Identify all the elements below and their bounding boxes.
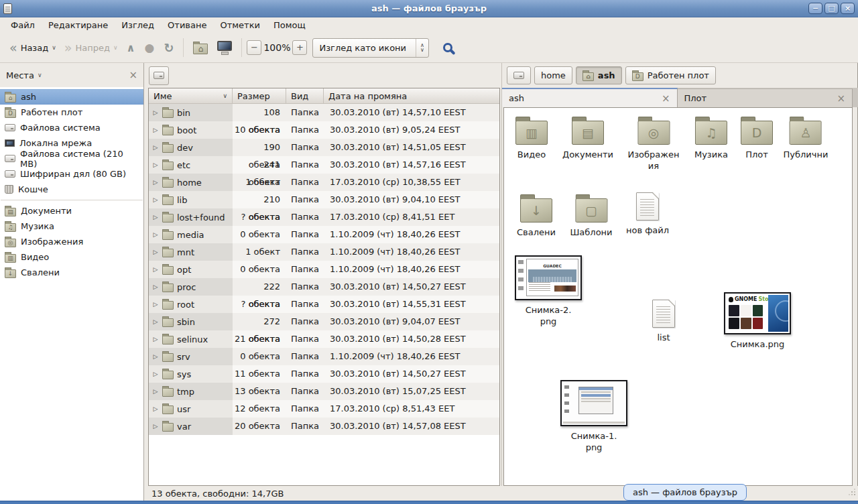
- back-button[interactable]: « Назад ∨: [5, 40, 60, 56]
- tab-ash[interactable]: ash×: [502, 88, 678, 107]
- expander-icon[interactable]: ▷: [152, 179, 159, 186]
- expander-icon[interactable]: ▷: [152, 405, 159, 412]
- minimize-button[interactable]: −: [808, 3, 822, 14]
- table-row[interactable]: ▷proc222 обектаПапка30.03.2010 (вт) 14,5…: [149, 278, 499, 296]
- expander-icon[interactable]: ▷: [152, 371, 159, 377]
- table-row[interactable]: ▷tmp13 обектаПапка30.03.2010 (вт) 15,07,…: [149, 383, 499, 400]
- icon-view-canvas[interactable]: ▥Видео▤Документи◎Изображения♫МузикаDПлот…: [503, 107, 853, 486]
- table-row[interactable]: ▷lost+found? обектаПапка17.03.2010 (ср) …: [149, 208, 499, 226]
- table-row[interactable]: ▷sbin272 обектаПапка30.03.2010 (вт) 9,04…: [149, 313, 499, 330]
- view-mode-select[interactable]: Изглед като икони ∧∨: [312, 38, 428, 58]
- forward-button[interactable]: » Напред ∨: [60, 40, 122, 56]
- expander-icon[interactable]: ▷: [152, 353, 159, 360]
- file-item-list[interactable]: list: [652, 300, 675, 343]
- breadcrumb-Работен плот[interactable]: DРаботен плот: [625, 66, 716, 84]
- expander-icon[interactable]: ▷: [152, 423, 159, 430]
- tab-Плот[interactable]: Плот×: [678, 88, 853, 107]
- column-header-type[interactable]: Вид: [286, 88, 324, 103]
- table-row[interactable]: ▷opt0 обектаПапка1.10.2009 (чт) 18,40,26…: [149, 261, 499, 278]
- sidebar-header-label[interactable]: Места: [6, 70, 34, 80]
- table-row[interactable]: ▷mnt1 обектПапка1.10.2009 (чт) 18,40,26 …: [149, 243, 499, 261]
- file-item-Публични[interactable]: ♙Публични: [784, 116, 829, 160]
- expander-icon[interactable]: ▷: [152, 318, 159, 325]
- sidebar-item-Кошче[interactable]: Кошче: [0, 182, 143, 197]
- sidebar-item-Видео[interactable]: ▥Видео: [0, 249, 143, 265]
- search-button[interactable]: [438, 40, 457, 55]
- table-row[interactable]: ▷dev190 обектаПапка30.03.2010 (вт) 14,51…: [149, 139, 499, 156]
- sidebar-item-Свалени[interactable]: ↓Свалени: [0, 265, 143, 280]
- expander-icon[interactable]: ▷: [152, 109, 159, 116]
- file-item-Снимка-2.png[interactable]: GUADECСнимка-2.png: [515, 255, 582, 327]
- sidebar-header-chevron-icon[interactable]: ∨: [38, 72, 42, 78]
- sidebar-item-Изображения[interactable]: ◎Изображения: [0, 234, 143, 249]
- back-history-chevron-icon[interactable]: ∨: [52, 44, 56, 51]
- table-row[interactable]: ▷var20 обектаПапка30.03.2010 (вт) 14,57,…: [149, 418, 499, 435]
- file-item-Плот[interactable]: DПлот: [741, 116, 773, 160]
- table-row[interactable]: ▷lib210 обектаПапка30.03.2010 (вт) 9,04,…: [149, 191, 499, 208]
- stop-button[interactable]: ●: [140, 38, 160, 57]
- view-mode-stepper-icon[interactable]: ∧∨: [416, 39, 428, 57]
- sidebar-item-Файлова система[interactable]: Файлова система: [0, 120, 143, 135]
- reload-button[interactable]: ↻: [159, 38, 178, 58]
- expander-icon[interactable]: ▷: [152, 301, 159, 308]
- file-item-Видео[interactable]: ▥Видео: [515, 116, 548, 160]
- expander-icon[interactable]: ▷: [152, 388, 159, 395]
- table-row[interactable]: ▷etc241 обектаПапка30.03.2010 (вт) 14,57…: [149, 156, 499, 174]
- expander-icon[interactable]: ▷: [152, 249, 159, 255]
- tab-close-icon[interactable]: ×: [662, 92, 670, 105]
- sidebar-close-icon[interactable]: ×: [129, 69, 137, 81]
- resize-grip[interactable]: [847, 487, 855, 495]
- sidebar-item-Документи[interactable]: ▤Документи: [0, 203, 143, 218]
- file-item-Снимка.png[interactable]: GNOMEStoreСнимка.png: [724, 292, 791, 350]
- table-row[interactable]: ▷sys11 обектаПапка30.03.2010 (вт) 14,50,…: [149, 365, 499, 383]
- column-header-date[interactable]: Дата на промяна: [324, 88, 499, 103]
- table-row[interactable]: ▷boot10 обектаПапка30.03.2010 (вт) 9,05,…: [149, 121, 499, 139]
- expander-icon[interactable]: ▷: [152, 127, 159, 133]
- sidebar-item-Музика[interactable]: ♫Музика: [0, 218, 143, 234]
- zoom-in-button[interactable]: +: [292, 40, 307, 55]
- menu-item-0[interactable]: Файл: [4, 18, 42, 32]
- breadcrumb-ash[interactable]: ⌂ash: [576, 66, 622, 84]
- sidebar-item-ash[interactable]: ⌂ash: [0, 89, 143, 105]
- file-item-Шаблони[interactable]: ▢Шаблони: [570, 194, 612, 238]
- menu-item-2[interactable]: Изглед: [115, 18, 161, 32]
- expander-icon[interactable]: ▷: [152, 336, 159, 342]
- file-item-нов файл[interactable]: нов файл: [626, 192, 669, 236]
- table-row[interactable]: ▷selinux21 обектаПапка30.03.2010 (вт) 14…: [149, 330, 499, 348]
- sidebar-item-Файлова система (210 MB)[interactable]: Файлова система (210 MB): [0, 151, 143, 166]
- breadcrumb-home[interactable]: home: [534, 66, 572, 84]
- table-row[interactable]: ▷bin108 обектаПапка30.03.2010 (вт) 14,57…: [149, 104, 499, 121]
- table-row[interactable]: ▷srv0 обектаПапка1.10.2009 (чт) 18,40,26…: [149, 348, 499, 365]
- sidebar-item-Шифриран дял (80 GB)[interactable]: Шифриран дял (80 GB): [0, 166, 143, 182]
- table-row[interactable]: ▷root? обектаПапка30.03.2010 (вт) 14,55,…: [149, 296, 499, 313]
- file-item-Снимка-1.png[interactable]: Снимка-1.png: [560, 380, 627, 453]
- sidebar-item-Работен плот[interactable]: DРаботен плот: [0, 105, 143, 120]
- expander-icon[interactable]: ▷: [152, 214, 159, 220]
- expander-icon[interactable]: ▷: [152, 231, 159, 238]
- expander-icon[interactable]: ▷: [152, 196, 159, 203]
- menu-item-4[interactable]: Отметки: [213, 18, 266, 32]
- computer-button[interactable]: [212, 42, 237, 54]
- column-header-name[interactable]: Име ∨: [149, 88, 233, 103]
- file-item-Документи[interactable]: ▤Документи: [562, 116, 613, 160]
- expander-icon[interactable]: ▷: [152, 284, 159, 290]
- file-item-Музика[interactable]: ♫Музика: [694, 116, 728, 160]
- tab-close-icon[interactable]: ×: [837, 92, 845, 105]
- expander-icon[interactable]: ▷: [152, 266, 159, 273]
- close-button[interactable]: ×: [841, 3, 855, 14]
- menu-item-1[interactable]: Редактиране: [42, 18, 115, 32]
- maximize-button[interactable]: □: [824, 3, 839, 14]
- file-item-Изображения[interactable]: ◎Изображения: [627, 116, 679, 172]
- home-button[interactable]: ⌂: [188, 39, 212, 57]
- breadcrumb-root[interactable]: [507, 66, 531, 84]
- zoom-out-button[interactable]: −: [247, 40, 261, 55]
- file-item-Свалени[interactable]: ↓Свалени: [517, 194, 556, 238]
- table-row[interactable]: ▷usr12 обектаПапка17.03.2010 (ср) 8,51,4…: [149, 400, 499, 418]
- up-button[interactable]: ∧: [122, 39, 140, 57]
- expander-icon[interactable]: ▷: [152, 162, 159, 168]
- expander-icon[interactable]: ▷: [152, 144, 159, 151]
- column-header-size[interactable]: Размер: [233, 88, 286, 103]
- menu-item-5[interactable]: Помощ: [267, 18, 312, 32]
- table-row[interactable]: ▷home1 обектПапка17.03.2010 (ср) 10,38,5…: [149, 174, 499, 191]
- menu-item-3[interactable]: Отиване: [161, 18, 213, 32]
